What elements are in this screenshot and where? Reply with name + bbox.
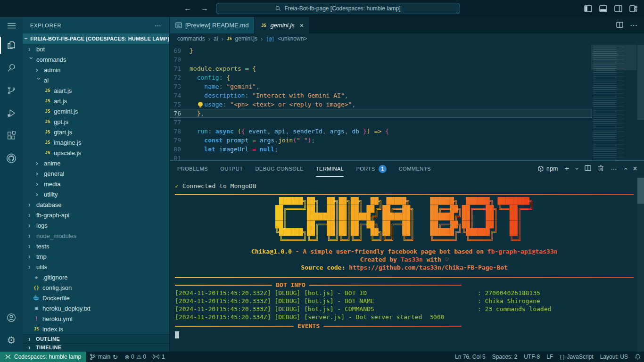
- menu-button[interactable]: [0, 17, 23, 34]
- code-line-81[interactable]: 81: [170, 154, 592, 160]
- tree-item-utils[interactable]: ›utils: [23, 262, 169, 272]
- branch-indicator[interactable]: main ↻: [86, 352, 121, 362]
- tree-item-gemini-js[interactable]: JSgemini.js: [23, 106, 169, 116]
- breadcrumb-ai[interactable]: ai: [214, 35, 218, 42]
- outline-section[interactable]: › OUTLINE: [23, 334, 169, 343]
- settings-button[interactable]: ⚙: [0, 329, 23, 352]
- code-line-80[interactable]: 80 let imageUrl = null;: [170, 145, 592, 154]
- panel-tab-problems[interactable]: PROBLEMS: [177, 161, 208, 177]
- activity-search[interactable]: [0, 57, 23, 79]
- tree-item-media[interactable]: ›media: [23, 179, 169, 189]
- code-line-76[interactable]: 76 },: [170, 109, 592, 118]
- activity-github[interactable]: [0, 147, 23, 170]
- scrollbar-thumb[interactable]: [637, 178, 644, 204]
- code-line-74[interactable]: 74 description: "Interact with Gemini AI…: [170, 91, 592, 100]
- panel-tab-ports[interactable]: PORTS 1: [356, 161, 386, 177]
- close-panel-icon[interactable]: ×: [633, 165, 637, 173]
- maximize-panel-icon[interactable]: ›: [621, 167, 629, 170]
- tree-item-bot[interactable]: ›bot: [23, 44, 169, 54]
- toggle-secondary-sidebar-icon[interactable]: [614, 5, 622, 12]
- panel-tab-comments[interactable]: COMMENTS: [399, 161, 431, 177]
- tree-item-upscale-js[interactable]: JSupscale.js: [23, 148, 169, 158]
- sync-icon[interactable]: ↻: [113, 354, 118, 361]
- breadcrumb-commands[interactable]: commands: [177, 35, 205, 42]
- indentation[interactable]: Spaces: 2: [489, 352, 520, 362]
- tree-item-admin[interactable]: ›admin: [23, 65, 169, 75]
- terminal-output[interactable]: ✓ Connected to MongoDB ██████╗██╗ ██╗██╗…: [170, 177, 644, 352]
- close-icon[interactable]: ×: [300, 22, 304, 29]
- more-actions-icon[interactable]: ⋯: [155, 22, 162, 29]
- forward-icon[interactable]: →: [201, 4, 208, 13]
- tree-item-database[interactable]: ›database: [23, 199, 169, 210]
- code-line-73[interactable]: 73 name: "gemini",: [170, 82, 592, 91]
- code-line-72[interactable]: 72 config: {: [170, 73, 592, 82]
- split-terminal-icon[interactable]: [585, 165, 591, 173]
- code-line-75[interactable]: 75 usage: "<pn> <text> or <reply to imag…: [170, 100, 592, 109]
- tree-item-freia-bot-fb-page-codespaces-humble-lamp[interactable]: ›FREIA-BOT-FB-PAGE [CODESPACES: HUMBLE L…: [23, 33, 169, 44]
- customize-layout-icon[interactable]: [629, 5, 637, 12]
- activity-source-control[interactable]: [0, 79, 23, 102]
- tree-item-heroku-yml[interactable]: !heroku.yml: [23, 313, 169, 324]
- tree-item-general[interactable]: ›general: [23, 168, 169, 179]
- code-line-71[interactable]: 71module.exports = {: [170, 64, 592, 73]
- tree-item-fb-graph-api[interactable]: ›fb-graph-api: [23, 210, 169, 220]
- remote-indicator[interactable]: Codespaces: humble lamp: [0, 352, 86, 362]
- more-actions-icon[interactable]: ⋯: [630, 21, 637, 30]
- code-line-69[interactable]: 69}: [170, 46, 592, 55]
- tree-item-utility[interactable]: ›utility: [23, 189, 169, 199]
- breadcrumb-file[interactable]: gemini.js: [235, 35, 257, 42]
- encoding[interactable]: UTF-8: [520, 352, 543, 362]
- problems-indicator[interactable]: ⊗ 0 ⚠ 0: [121, 352, 149, 362]
- activity-explorer[interactable]: [0, 34, 23, 57]
- tree-item-gpt-js[interactable]: JSgpt.js: [23, 116, 169, 127]
- tree-item-imagine-js[interactable]: JSimagine.js: [23, 137, 169, 148]
- code-line-79[interactable]: 79 const prompt = args.join(" ");: [170, 136, 592, 145]
- chevron-down-icon[interactable]: ›: [574, 168, 581, 170]
- tree-item-anime[interactable]: ›anime: [23, 158, 169, 168]
- terminal-scrollbar[interactable]: [637, 177, 644, 352]
- cursor-position[interactable]: Ln 76, Col 5: [452, 352, 489, 362]
- panel-tab-terminal[interactable]: TERMINAL: [316, 161, 344, 177]
- notifications-button[interactable]: [631, 352, 644, 362]
- tree-item-tmp[interactable]: ›tmp: [23, 251, 169, 262]
- panel-tab-debug-console[interactable]: DEBUG CONSOLE: [255, 161, 303, 177]
- toggle-sidebar-icon[interactable]: [584, 5, 592, 12]
- tree-item-logs[interactable]: ›logs: [23, 220, 169, 230]
- more-actions-icon[interactable]: ⋯: [611, 165, 617, 173]
- code-line-70[interactable]: 70: [170, 55, 592, 64]
- tree-item-gtart-js[interactable]: JSgtart.js: [23, 127, 169, 137]
- breadcrumb-symbol[interactable]: <unknown>: [278, 35, 307, 42]
- terminal-profile[interactable]: npm: [537, 165, 558, 172]
- tree-item-dockerfile[interactable]: Dockerfile: [23, 293, 169, 303]
- keyboard-layout[interactable]: Layout: US: [597, 352, 631, 362]
- timeline-section[interactable]: › TIMELINE: [23, 343, 169, 352]
- code-line-78[interactable]: 78 run: async ({ event, api, senderId, a…: [170, 127, 592, 136]
- panel-tab-output[interactable]: OUTPUT: [220, 161, 243, 177]
- scrollbar-thumb[interactable]: [637, 45, 644, 120]
- editor-scrollbar[interactable]: [637, 44, 644, 160]
- activity-run-debug[interactable]: [0, 102, 23, 124]
- activity-extensions[interactable]: [0, 124, 23, 147]
- toggle-panel-icon[interactable]: [599, 5, 607, 12]
- kill-terminal-icon[interactable]: [598, 165, 604, 173]
- ports-indicator[interactable]: 1: [149, 352, 168, 362]
- tree-item-art-js[interactable]: JSart.js: [23, 96, 169, 106]
- tree-item-ai[interactable]: ›ai: [23, 75, 169, 85]
- tree-item-commands[interactable]: ›commands: [23, 54, 169, 65]
- minimap-slider[interactable]: [591, 45, 636, 70]
- back-icon[interactable]: ←: [184, 4, 191, 13]
- new-terminal-icon[interactable]: +: [565, 165, 570, 173]
- code-line-77[interactable]: 77: [170, 118, 592, 127]
- account-button[interactable]: [0, 306, 23, 329]
- tree-item-config-json[interactable]: {}config.json: [23, 282, 169, 293]
- tab-gemini-js[interactable]: JS gemini.js ×: [255, 17, 309, 33]
- tree-item-gitignore[interactable]: ◈.gitignore: [23, 272, 169, 282]
- command-center[interactable]: Freia-Bot-fb-page [Codespaces: humble la…: [216, 3, 460, 14]
- tree-item-index-is[interactable]: JSindex.is: [23, 324, 169, 334]
- tree-item-tests[interactable]: ›tests: [23, 241, 169, 251]
- eol-sequence[interactable]: LF: [543, 352, 556, 362]
- tree-item-heroku-deploy-txt[interactable]: ≡heroku_deploy.txt: [23, 303, 169, 313]
- tab-readme-preview[interactable]: [Preview] README.md: [170, 17, 255, 33]
- language-mode[interactable]: { } JavaScript: [556, 352, 596, 362]
- split-editor-icon[interactable]: [616, 21, 623, 30]
